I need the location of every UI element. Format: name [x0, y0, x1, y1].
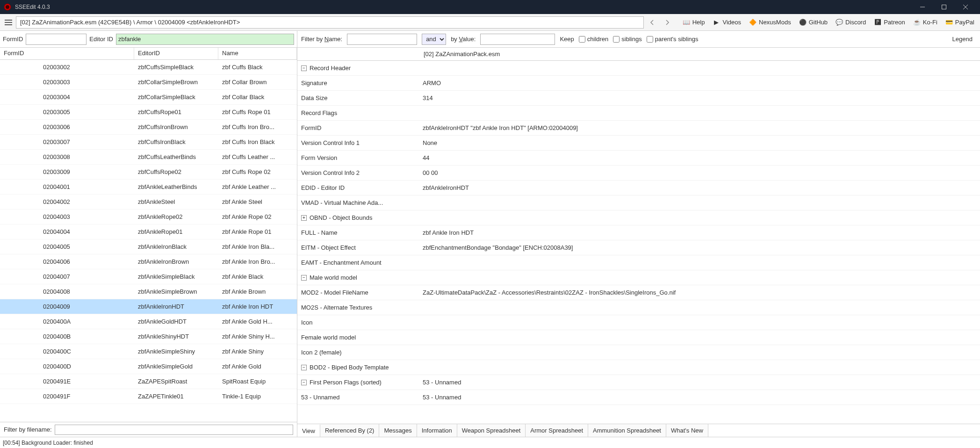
tab[interactable]: View: [297, 424, 320, 437]
legend-link[interactable]: Legend: [952, 36, 976, 43]
filter-filename-input[interactable]: [55, 425, 293, 435]
list-row[interactable]: 0200491EZaZAPESpitRoastSpitRoast Equip: [0, 374, 297, 389]
menu-button[interactable]: [3, 17, 14, 28]
detail-row[interactable]: EITM - Object EffectzbfEnchantmentBondag…: [297, 240, 980, 255]
detail-row[interactable]: FULL - Namezbf Ankle Iron HDT: [297, 225, 980, 240]
by-value-input[interactable]: [480, 34, 555, 45]
toolbar-link[interactable]: ☕Ko-Fi: [910, 18, 940, 27]
detail-row[interactable]: FormIDzbfAnkleIronHDT "zbf Ankle Iron HD…: [297, 121, 980, 136]
detail-row[interactable]: −BOD2 - Biped Body Template: [297, 360, 980, 375]
detail-body[interactable]: −Record HeaderSignatureARMOData Size314R…: [297, 61, 980, 424]
detail-row[interactable]: Data Size314: [297, 91, 980, 106]
detail-row[interactable]: Record Flags: [297, 106, 980, 121]
detail-row[interactable]: 53 - Unnamed53 - Unnamed: [297, 390, 980, 405]
list-row[interactable]: 0200400BzbfAnkleShinyHDTzbf Ankle Shiny …: [0, 329, 297, 344]
toolbar-link[interactable]: ▶Videos: [709, 18, 744, 27]
nav-forward-button[interactable]: [661, 16, 674, 29]
list-row[interactable]: 02004002zbfAnkleSteelzbf Ankle Steel: [0, 195, 297, 210]
tab[interactable]: Messages: [379, 424, 417, 437]
list-row[interactable]: 0200400AzbfAnkleGoldHDTzbf Ankle Gold H.…: [0, 314, 297, 329]
record-list[interactable]: 02003002zbfCuffsSimpleBlackzbf Cuffs Bla…: [0, 60, 297, 422]
right-panel: [02] ZaZAnimationPack.esm −Record Header…: [297, 48, 980, 437]
tab[interactable]: Weapon Spreadsheet: [457, 424, 526, 437]
list-row[interactable]: 02004006zbfAnkleIronBrownzbf Ankle Iron …: [0, 254, 297, 269]
list-row[interactable]: 02004009zbfAnkleIronHDTzbf Ankle Iron HD…: [0, 299, 297, 314]
tree-toggle[interactable]: −: [301, 380, 307, 385]
parents-checkbox[interactable]: parent's siblings: [647, 36, 699, 43]
tab[interactable]: Ammunition Spreadsheet: [588, 424, 666, 437]
link-label: Patreon: [884, 19, 905, 26]
detail-row[interactable]: SignatureARMO: [297, 76, 980, 91]
toolbar-link[interactable]: 🅿Patreon: [871, 18, 908, 27]
detail-row[interactable]: Icon 2 (female): [297, 345, 980, 360]
tree-toggle[interactable]: −: [301, 275, 307, 281]
toolbar-link[interactable]: 💬Discord: [832, 18, 869, 27]
col-name[interactable]: Name: [218, 48, 297, 59]
detail-row[interactable]: −Record Header: [297, 61, 980, 76]
cell-name: zbf Cuffs Iron Bro...: [218, 123, 297, 130]
nav-back-button[interactable]: [646, 16, 659, 29]
main: FormID EditorID Name 02003002zbfCuffsSim…: [0, 48, 980, 437]
list-row[interactable]: 02004003zbfAnkleRope02zbf Ankle Rope 02: [0, 210, 297, 224]
detail-row[interactable]: EAMT - Enchantment Amount: [297, 255, 980, 270]
maximize-button[interactable]: [933, 0, 955, 14]
editorid-input[interactable]: [116, 34, 294, 45]
andor-select[interactable]: and: [422, 34, 446, 45]
list-row[interactable]: 02003004zbfCollarSimpleBlackzbf Collar B…: [0, 90, 297, 105]
detail-row[interactable]: Version Control Info 1None: [297, 136, 980, 151]
detail-row[interactable]: Icon: [297, 315, 980, 330]
list-row[interactable]: 0200400DzbfAnkleSimpleGoldzbf Ankle Gold: [0, 359, 297, 374]
detail-row[interactable]: VMAD - Virtual Machine Ada...: [297, 195, 980, 210]
list-row[interactable]: 02003009zbfCuffsRope02zbf Cuffs Rope 02: [0, 165, 297, 180]
detail-value: [419, 306, 980, 310]
detail-value: 53 - Unnamed: [419, 392, 980, 403]
list-row[interactable]: 0200400CzbfAnkleSimpleShinyzbf Ankle Shi…: [0, 344, 297, 359]
toolbar-link[interactable]: 💳PayPal: [942, 18, 977, 27]
cell-formid: 02004006: [0, 258, 134, 265]
siblings-checkbox[interactable]: siblings: [613, 36, 641, 43]
list-row[interactable]: 02003005zbfCuffsRope01zbf Cuffs Rope 01: [0, 105, 297, 120]
detail-row[interactable]: EDID - Editor IDzbfAnkleIronHDT: [297, 181, 980, 195]
list-row[interactable]: 02004007zbfAnkleSimpleBlackzbf Ankle Bla…: [0, 269, 297, 284]
minimize-button[interactable]: [912, 0, 933, 14]
detail-row[interactable]: Female world model: [297, 330, 980, 345]
close-button[interactable]: [955, 0, 976, 14]
list-row[interactable]: 02003007zbfCuffsIronBlackzbf Cuffs Iron …: [0, 135, 297, 150]
toolbar-link[interactable]: 🔶NexusMods: [746, 18, 794, 27]
detail-value: 314: [419, 93, 980, 103]
detail-row[interactable]: −First Person Flags (sorted)53 - Unnamed: [297, 375, 980, 390]
list-row[interactable]: 02004001zbfAnkleLeatherBindszbf Ankle Le…: [0, 180, 297, 195]
list-row[interactable]: 02004004zbfAnkleRope01zbf Ankle Rope 01: [0, 224, 297, 239]
list-row[interactable]: 0200491FZaZAPETinkle01Tinkle-1 Equip: [0, 389, 297, 404]
detail-row[interactable]: Form Version44: [297, 151, 980, 166]
filter-name-input[interactable]: [347, 34, 417, 45]
col-editorid[interactable]: EditorID: [134, 48, 218, 59]
detail-row[interactable]: +OBND - Object Bounds: [297, 210, 980, 225]
detail-row[interactable]: MOD2 - Model FileNameZaZ-UltimateDataPac…: [297, 285, 980, 300]
detail-row[interactable]: Version Control Info 200 00: [297, 166, 980, 181]
list-row[interactable]: 02004005zbfAnkleIronBlackzbf Ankle Iron …: [0, 239, 297, 254]
list-row[interactable]: 02003008zbfCuffsLeatherBindszbf Cuffs Le…: [0, 150, 297, 165]
detail-label: Version Control Info 1: [297, 137, 419, 148]
tree-toggle[interactable]: +: [301, 215, 307, 221]
toolbar-link[interactable]: ⚫GitHub: [796, 18, 830, 27]
toolbar-link[interactable]: 📖Help: [679, 18, 708, 27]
tree-toggle[interactable]: −: [301, 365, 307, 370]
tab[interactable]: What's New: [666, 424, 708, 437]
children-checkbox[interactable]: children: [579, 36, 609, 43]
tab[interactable]: Information: [417, 424, 457, 437]
list-row[interactable]: 02003002zbfCuffsSimpleBlackzbf Cuffs Bla…: [0, 60, 297, 75]
col-formid[interactable]: FormID: [0, 48, 134, 59]
list-row[interactable]: 02004008zbfAnkleSimpleBrownzbf Ankle Bro…: [0, 284, 297, 299]
formid-input[interactable]: [26, 34, 86, 45]
tab[interactable]: Armor Spreadsheet: [526, 424, 588, 437]
list-row[interactable]: 02003003zbfCollarSimpleBrownzbf Collar B…: [0, 75, 297, 90]
breadcrumb[interactable]: [02] ZaZAnimationPack.esm (42C9E54B) \ A…: [16, 16, 644, 29]
tab[interactable]: Referenced By (2): [320, 424, 380, 437]
cell-editorid: zbfCuffsLeatherBinds: [134, 153, 218, 160]
detail-value: 00 00: [419, 167, 980, 178]
detail-row[interactable]: −Male world model: [297, 270, 980, 285]
list-row[interactable]: 02003006zbfCuffsIronBrownzbf Cuffs Iron …: [0, 120, 297, 135]
tree-toggle[interactable]: −: [301, 65, 307, 71]
detail-row[interactable]: MO2S - Alternate Textures: [297, 300, 980, 315]
